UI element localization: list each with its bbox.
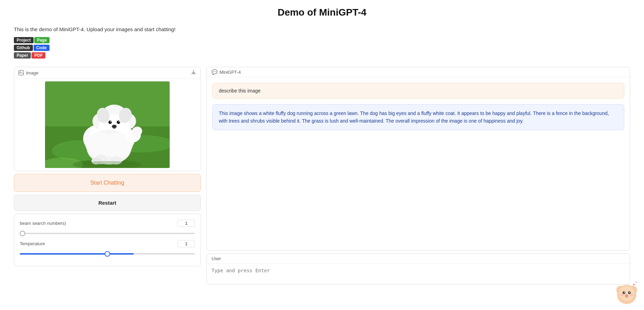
- badge-line-1: Project Page: [14, 37, 630, 43]
- image-header-left: Image: [18, 70, 38, 76]
- image-container[interactable]: [14, 79, 200, 171]
- page-description: This is the demo of MiniGPT-4. Upload yo…: [14, 26, 630, 32]
- user-input-box: User: [206, 254, 630, 284]
- badge-project[interactable]: Project: [14, 37, 34, 43]
- svg-point-21: [110, 121, 111, 122]
- temperature-value: 1: [178, 240, 195, 247]
- svg-point-1: [20, 71, 21, 72]
- badge-github[interactable]: Github: [14, 45, 33, 51]
- svg-point-22: [119, 121, 120, 122]
- user-message-text: describe this image: [219, 88, 261, 94]
- svg-point-20: [117, 121, 120, 124]
- svg-point-32: [81, 161, 137, 167]
- beam-slider[interactable]: [20, 233, 195, 234]
- user-input-label: User: [207, 254, 630, 264]
- badge-pdf[interactable]: PDF: [32, 52, 45, 59]
- image-tab-label: Image: [26, 70, 38, 76]
- temperature-slider[interactable]: [20, 253, 195, 255]
- assistant-message-text: This image shows a white fluffy dog runn…: [219, 110, 609, 124]
- badge-line-2: Github Code: [14, 45, 630, 51]
- chat-header: 💬 MiniGPT-4: [207, 67, 630, 77]
- chat-box: 💬 MiniGPT-4 describe this image This ima…: [206, 67, 630, 251]
- chat-header-label: MiniGPT-4: [220, 70, 241, 75]
- user-message: describe this image: [212, 83, 624, 99]
- badge-paper[interactable]: Paper: [14, 52, 31, 59]
- start-chatting-button[interactable]: Start Chatting: [14, 174, 201, 192]
- badge-line-3: Paper PDF: [14, 52, 630, 59]
- image-upload-header: Image: [14, 67, 200, 79]
- main-layout: Image: [14, 67, 630, 284]
- dog-image: [45, 81, 170, 168]
- svg-text:♥: ♥: [635, 281, 637, 283]
- temperature-label: Temperature: [20, 241, 45, 246]
- chat-icon: 💬: [212, 69, 217, 75]
- image-icon: [18, 70, 24, 76]
- image-upload-box: Image: [14, 67, 201, 171]
- page-title: Demo of MiniGPT-4: [14, 7, 630, 18]
- beam-value: 1: [178, 220, 195, 227]
- badge-page[interactable]: Page: [34, 37, 50, 43]
- temperature-slider-container: [20, 250, 195, 256]
- svg-text:♥: ♥: [633, 283, 635, 286]
- badge-code[interactable]: Code: [34, 45, 50, 51]
- badge-section: Project Page Github Code Paper PDF: [14, 37, 630, 60]
- svg-point-23: [112, 125, 117, 128]
- mascot-decoration: ♥ ♥: [613, 279, 641, 291]
- beam-label: beam search numbers): [20, 221, 66, 226]
- params-box: beam search numbers) 1 Temperature 1: [14, 214, 201, 266]
- beam-slider-container: [20, 230, 195, 235]
- beam-param-row: beam search numbers) 1: [20, 220, 195, 227]
- download-icon[interactable]: [191, 69, 196, 76]
- right-panel: 💬 MiniGPT-4 describe this image This ima…: [206, 67, 630, 284]
- left-panel: Image: [14, 67, 201, 266]
- svg-point-19: [108, 121, 112, 124]
- svg-rect-0: [19, 70, 24, 75]
- restart-button[interactable]: Restart: [14, 195, 201, 211]
- assistant-message: This image shows a white fluffy dog runn…: [212, 104, 624, 130]
- user-input-field[interactable]: [207, 264, 630, 283]
- temperature-param-row: Temperature 1: [20, 240, 195, 247]
- chat-messages: describe this image This image shows a w…: [207, 77, 630, 250]
